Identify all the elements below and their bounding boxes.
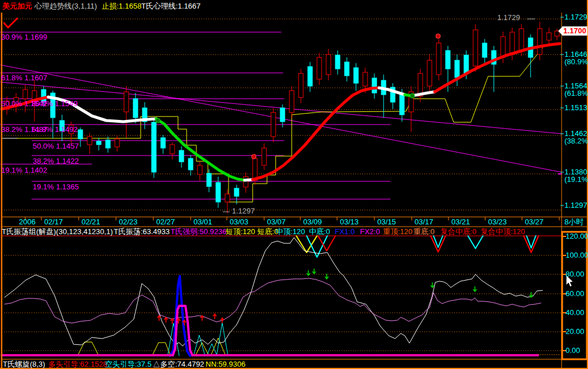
fib-label-5: 61.8% 1.1492 (32, 126, 78, 134)
chart-canvas[interactable] (0, 0, 588, 369)
osc-axis-label-5: 20.00 (566, 328, 585, 336)
candle-body (188, 158, 193, 170)
date-label-7[interactable]: 03/07 (267, 218, 286, 226)
status-token-1: 多头引导:62.1528 (48, 360, 107, 368)
candle-body (271, 112, 276, 137)
date-label-13[interactable]: 03/23 (488, 218, 507, 226)
candle-body (253, 158, 257, 180)
candle-body (198, 165, 202, 174)
candle-body (225, 194, 230, 202)
fib-label-8: 19.1% 1.1402 (1, 166, 47, 174)
osc-header-token-1: T氏振荡:63.4933 (114, 228, 170, 236)
candle-body (124, 92, 129, 112)
date-label-6[interactable]: 03/03 (230, 218, 249, 226)
candle-body (115, 139, 119, 147)
signal-dot-red (252, 154, 256, 159)
topbar-token-2: 止损:1.1658 (102, 2, 141, 10)
price-axis-label-3: 1.1513 (564, 104, 587, 112)
osc-top-v-mark (468, 236, 483, 248)
signal-dot-green (156, 118, 160, 123)
date-label-0[interactable]: 2006 (19, 218, 36, 226)
candle-body (216, 182, 220, 202)
candle-body (299, 73, 303, 98)
candle-body (161, 138, 165, 148)
topbar-token-1: 心理趋势线(3,1,11) (34, 2, 97, 10)
date-label-4[interactable]: 02/27 (156, 218, 175, 226)
candle-body (289, 91, 294, 112)
osc-header-token-11: 复合中底:0 (440, 228, 477, 236)
osc-header-token-5: 中顶:120 (276, 228, 305, 236)
candle-body (133, 99, 138, 118)
t-oscillator-line (5, 238, 543, 346)
osc-yellow-tent (78, 342, 99, 356)
candle-body (170, 145, 175, 154)
status-token-4: NN:59.9306 (206, 360, 245, 368)
extreme-price-label-0: 1.1729 (497, 14, 520, 22)
trading-app-window: 美元加元心理趋势线(3,1,11)止损:1.1658T氏心理线:1.1667 3… (0, 0, 588, 369)
candle-body (78, 130, 83, 139)
sell-arrow-icon (312, 269, 316, 274)
buy-arrow-icon (164, 317, 168, 323)
candle-body (455, 60, 459, 77)
price-axis-label-6: 1.1297 (564, 201, 587, 209)
sell-arrow-icon (473, 286, 477, 292)
candle-body (179, 150, 184, 162)
osc-header-token-10: 重底:0 (413, 228, 435, 236)
candle-body (464, 55, 469, 73)
date-label-12[interactable]: 03/21 (451, 218, 470, 226)
fib-label-1: 61.8% 1.1607 (1, 74, 47, 82)
osc-axis-label-6: 0.00 (566, 347, 580, 355)
check-mark-icon (4, 18, 17, 28)
osc-axis-label-2: 80.00 (566, 270, 585, 278)
candle-body (501, 37, 505, 57)
candle-body (106, 140, 110, 148)
candle-body (87, 137, 92, 145)
candle-body (436, 43, 441, 75)
osc-header-token-7: FX1:0 (335, 228, 355, 236)
candle-body (400, 95, 404, 115)
date-label-2[interactable]: 02/21 (82, 218, 100, 226)
candle-body (547, 33, 551, 40)
osc-cyan-tent (194, 335, 205, 356)
candle-body (510, 32, 514, 55)
period-label[interactable]: 8小时 (564, 218, 583, 226)
date-label-14[interactable]: 03/27 (525, 218, 544, 226)
price-axis-label-0: 1.1729 (564, 13, 587, 21)
osc-header-token-0[interactable]: T氏振荡组(解盘)(30,123,41230,1) (2, 228, 113, 236)
candle-body (207, 173, 211, 187)
osc-header-token-6: 中底:0 (309, 228, 330, 236)
osc-top-v-mark (524, 236, 539, 253)
candle-body (326, 55, 331, 75)
candle-body (96, 141, 101, 145)
osc-axis-label-3: 60.00 (566, 290, 585, 298)
topbar-token-3: T氏心理线:1.1667 (141, 2, 200, 10)
status-token-0: T氏螺旋(8,3) (3, 360, 45, 368)
osc-header-token-3: 短顶:120 (226, 228, 255, 236)
date-label-11[interactable]: 03/17 (415, 218, 434, 226)
candle-body (335, 55, 340, 69)
candle-body (473, 30, 478, 66)
sell-arrow-icon (307, 270, 310, 275)
date-label-1[interactable]: 02/17 (44, 218, 63, 226)
candle-body (23, 90, 28, 99)
candle-body (243, 177, 248, 187)
date-label-5[interactable]: 03/01 (194, 218, 212, 226)
date-label-10[interactable]: 03/15 (377, 218, 396, 226)
candle-body (308, 67, 312, 86)
candle-body (262, 148, 266, 165)
osc-header-token-12: 复合中顶:120 (481, 228, 525, 236)
osc-axis-label-4: 40.00 (566, 309, 585, 317)
candle-body (345, 62, 349, 76)
date-label-8[interactable]: 03/09 (303, 218, 322, 226)
fib-label-7: 38.2% 1.1422 (33, 157, 79, 165)
buy-arrow-icon (213, 314, 216, 319)
candle-body (280, 108, 285, 122)
status-token-2: 空头引导:37.5 (105, 360, 152, 368)
price-axis-pct-4: (38.2%) (564, 137, 588, 145)
candle-body (152, 122, 156, 172)
candle-body (519, 29, 524, 51)
date-label-9[interactable]: 03/13 (340, 218, 359, 226)
price-axis-pct-5: (19.1%) (564, 176, 588, 184)
t-strength-line (5, 278, 541, 323)
date-label-3[interactable]: 02/23 (119, 218, 138, 226)
